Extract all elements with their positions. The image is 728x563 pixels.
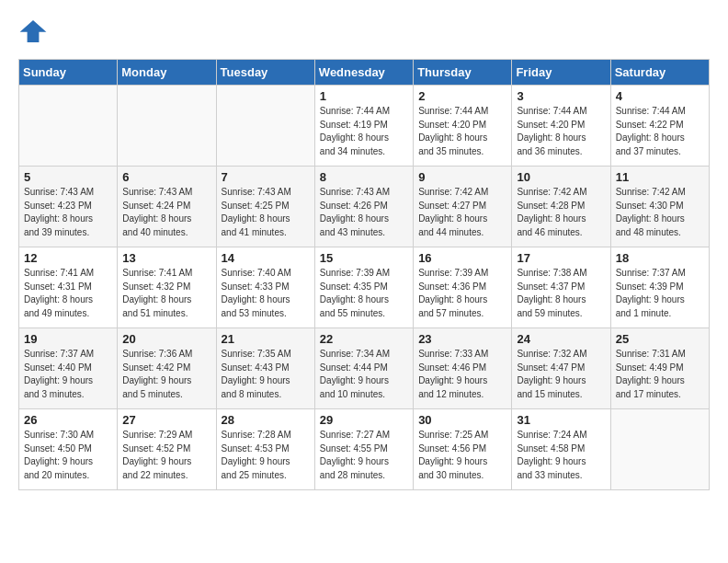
calendar-table: SundayMondayTuesdayWednesdayThursdayFrid… xyxy=(18,59,710,490)
day-info: Sunrise: 7:43 AM Sunset: 4:25 PM Dayligh… xyxy=(222,186,310,239)
calendar-week-4: 19Sunrise: 7:37 AM Sunset: 4:40 PM Dayli… xyxy=(19,328,710,409)
day-number: 28 xyxy=(222,413,310,427)
calendar-cell: 23Sunrise: 7:33 AM Sunset: 4:46 PM Dayli… xyxy=(414,328,512,409)
day-number: 17 xyxy=(517,251,605,265)
calendar-week-3: 12Sunrise: 7:41 AM Sunset: 4:31 PM Dayli… xyxy=(19,247,710,328)
day-info: Sunrise: 7:34 AM Sunset: 4:44 PM Dayligh… xyxy=(320,348,408,401)
calendar-cell: 21Sunrise: 7:35 AM Sunset: 4:43 PM Dayli… xyxy=(216,328,314,409)
weekday-header-friday: Friday xyxy=(512,60,610,86)
calendar-cell: 20Sunrise: 7:36 AM Sunset: 4:42 PM Dayli… xyxy=(118,328,216,409)
day-number: 5 xyxy=(24,170,112,184)
weekday-header-thursday: Thursday xyxy=(414,60,512,86)
day-info: Sunrise: 7:42 AM Sunset: 4:27 PM Dayligh… xyxy=(418,186,506,239)
day-info: Sunrise: 7:29 AM Sunset: 4:52 PM Dayligh… xyxy=(122,429,210,482)
day-number: 29 xyxy=(320,413,408,427)
calendar-cell: 18Sunrise: 7:37 AM Sunset: 4:39 PM Dayli… xyxy=(610,247,709,328)
day-info: Sunrise: 7:41 AM Sunset: 4:32 PM Dayligh… xyxy=(122,267,210,320)
day-number: 1 xyxy=(320,89,408,103)
calendar-cell xyxy=(610,409,709,490)
day-info: Sunrise: 7:37 AM Sunset: 4:39 PM Dayligh… xyxy=(616,267,704,320)
day-number: 24 xyxy=(517,332,605,346)
day-info: Sunrise: 7:38 AM Sunset: 4:37 PM Dayligh… xyxy=(517,267,605,320)
day-number: 18 xyxy=(616,251,704,265)
day-info: Sunrise: 7:42 AM Sunset: 4:28 PM Dayligh… xyxy=(517,186,605,239)
calendar-cell: 24Sunrise: 7:32 AM Sunset: 4:47 PM Dayli… xyxy=(512,328,610,409)
day-number: 12 xyxy=(24,251,112,265)
weekday-header-wednesday: Wednesday xyxy=(314,60,413,86)
svg-marker-0 xyxy=(20,20,47,42)
calendar-cell: 28Sunrise: 7:28 AM Sunset: 4:53 PM Dayli… xyxy=(216,409,314,490)
calendar-week-1: 1Sunrise: 7:44 AM Sunset: 4:19 PM Daylig… xyxy=(19,86,710,167)
day-number: 26 xyxy=(24,413,112,427)
day-number: 4 xyxy=(616,89,704,103)
day-number: 9 xyxy=(418,170,506,184)
day-info: Sunrise: 7:25 AM Sunset: 4:56 PM Dayligh… xyxy=(418,429,506,482)
weekday-header-sunday: Sunday xyxy=(19,60,118,86)
calendar-cell: 29Sunrise: 7:27 AM Sunset: 4:55 PM Dayli… xyxy=(314,409,413,490)
day-info: Sunrise: 7:43 AM Sunset: 4:23 PM Dayligh… xyxy=(24,186,112,239)
day-number: 6 xyxy=(122,170,210,184)
calendar-cell: 12Sunrise: 7:41 AM Sunset: 4:31 PM Dayli… xyxy=(19,247,118,328)
day-number: 27 xyxy=(122,413,210,427)
day-info: Sunrise: 7:43 AM Sunset: 4:24 PM Dayligh… xyxy=(122,186,210,239)
day-number: 11 xyxy=(616,170,704,184)
calendar-cell: 25Sunrise: 7:31 AM Sunset: 4:49 PM Dayli… xyxy=(610,328,709,409)
day-info: Sunrise: 7:24 AM Sunset: 4:58 PM Dayligh… xyxy=(517,429,605,482)
day-info: Sunrise: 7:42 AM Sunset: 4:30 PM Dayligh… xyxy=(616,186,704,239)
page-header xyxy=(18,18,710,44)
day-info: Sunrise: 7:44 AM Sunset: 4:22 PM Dayligh… xyxy=(616,105,704,158)
calendar-cell: 4Sunrise: 7:44 AM Sunset: 4:22 PM Daylig… xyxy=(610,86,709,167)
calendar-cell: 16Sunrise: 7:39 AM Sunset: 4:36 PM Dayli… xyxy=(414,247,512,328)
calendar-cell xyxy=(19,86,118,167)
calendar-cell: 19Sunrise: 7:37 AM Sunset: 4:40 PM Dayli… xyxy=(19,328,118,409)
calendar-cell: 22Sunrise: 7:34 AM Sunset: 4:44 PM Dayli… xyxy=(314,328,413,409)
day-info: Sunrise: 7:41 AM Sunset: 4:31 PM Dayligh… xyxy=(24,267,112,320)
day-info: Sunrise: 7:36 AM Sunset: 4:42 PM Dayligh… xyxy=(122,348,210,401)
logo-icon xyxy=(18,18,48,44)
calendar-cell: 6Sunrise: 7:43 AM Sunset: 4:24 PM Daylig… xyxy=(118,167,216,247)
calendar-cell: 11Sunrise: 7:42 AM Sunset: 4:30 PM Dayli… xyxy=(610,167,709,247)
weekday-header-tuesday: Tuesday xyxy=(216,60,314,86)
calendar-cell: 2Sunrise: 7:44 AM Sunset: 4:20 PM Daylig… xyxy=(414,86,512,167)
calendar-cell: 8Sunrise: 7:43 AM Sunset: 4:26 PM Daylig… xyxy=(314,167,413,247)
calendar-cell: 5Sunrise: 7:43 AM Sunset: 4:23 PM Daylig… xyxy=(19,167,118,247)
day-info: Sunrise: 7:32 AM Sunset: 4:47 PM Dayligh… xyxy=(517,348,605,401)
calendar-week-2: 5Sunrise: 7:43 AM Sunset: 4:23 PM Daylig… xyxy=(19,167,710,247)
day-info: Sunrise: 7:44 AM Sunset: 4:20 PM Dayligh… xyxy=(418,105,506,158)
day-info: Sunrise: 7:31 AM Sunset: 4:49 PM Dayligh… xyxy=(616,348,704,401)
calendar-cell: 30Sunrise: 7:25 AM Sunset: 4:56 PM Dayli… xyxy=(414,409,512,490)
day-info: Sunrise: 7:37 AM Sunset: 4:40 PM Dayligh… xyxy=(24,348,112,401)
day-number: 2 xyxy=(418,89,506,103)
day-info: Sunrise: 7:30 AM Sunset: 4:50 PM Dayligh… xyxy=(24,429,112,482)
day-info: Sunrise: 7:28 AM Sunset: 4:53 PM Dayligh… xyxy=(222,429,310,482)
calendar-cell: 26Sunrise: 7:30 AM Sunset: 4:50 PM Dayli… xyxy=(19,409,118,490)
day-info: Sunrise: 7:44 AM Sunset: 4:20 PM Dayligh… xyxy=(517,105,605,158)
day-number: 7 xyxy=(222,170,310,184)
calendar-cell: 15Sunrise: 7:39 AM Sunset: 4:35 PM Dayli… xyxy=(314,247,413,328)
weekday-header-saturday: Saturday xyxy=(610,60,709,86)
day-number: 3 xyxy=(517,89,605,103)
calendar-cell: 3Sunrise: 7:44 AM Sunset: 4:20 PM Daylig… xyxy=(512,86,610,167)
day-number: 19 xyxy=(24,332,112,346)
calendar-cell: 13Sunrise: 7:41 AM Sunset: 4:32 PM Dayli… xyxy=(118,247,216,328)
calendar-cell xyxy=(216,86,314,167)
day-info: Sunrise: 7:40 AM Sunset: 4:33 PM Dayligh… xyxy=(222,267,310,320)
calendar-cell xyxy=(118,86,216,167)
weekday-header-row: SundayMondayTuesdayWednesdayThursdayFrid… xyxy=(19,60,710,86)
day-info: Sunrise: 7:33 AM Sunset: 4:46 PM Dayligh… xyxy=(418,348,506,401)
day-number: 8 xyxy=(320,170,408,184)
day-number: 10 xyxy=(517,170,605,184)
day-number: 30 xyxy=(418,413,506,427)
calendar-cell: 17Sunrise: 7:38 AM Sunset: 4:37 PM Dayli… xyxy=(512,247,610,328)
day-number: 15 xyxy=(320,251,408,265)
day-info: Sunrise: 7:39 AM Sunset: 4:35 PM Dayligh… xyxy=(320,267,408,320)
day-number: 14 xyxy=(222,251,310,265)
day-number: 23 xyxy=(418,332,506,346)
day-number: 21 xyxy=(222,332,310,346)
day-info: Sunrise: 7:44 AM Sunset: 4:19 PM Dayligh… xyxy=(320,105,408,158)
day-number: 31 xyxy=(517,413,605,427)
day-info: Sunrise: 7:27 AM Sunset: 4:55 PM Dayligh… xyxy=(320,429,408,482)
day-number: 16 xyxy=(418,251,506,265)
calendar-cell: 27Sunrise: 7:29 AM Sunset: 4:52 PM Dayli… xyxy=(118,409,216,490)
day-number: 25 xyxy=(616,332,704,346)
